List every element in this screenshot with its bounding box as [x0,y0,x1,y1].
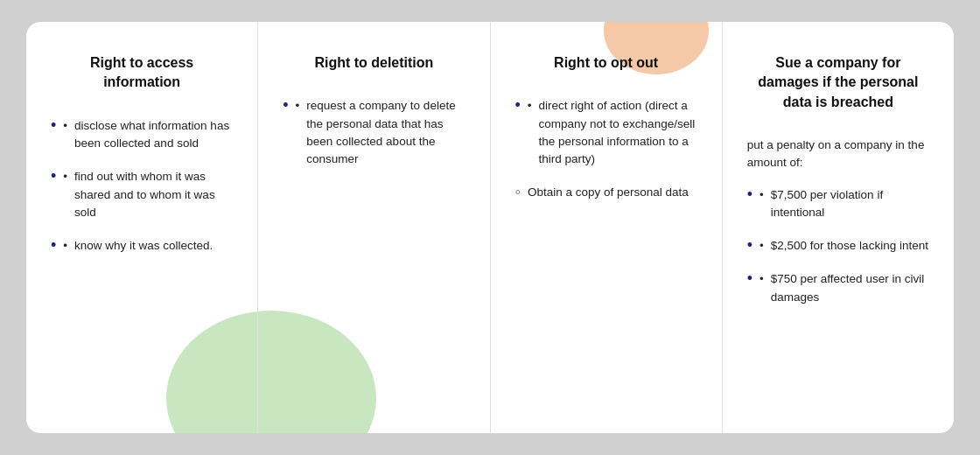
col4-bullet-list: • $7,500 per violation if intentional • … [747,186,929,306]
list-item-text: Obtain a copy of personal data [528,184,689,201]
bullet-icon: • [296,97,300,115]
column-sue: Sue a company for damages if the persona… [723,22,954,433]
list-item-text: disclose what information has been colle… [74,117,233,153]
list-item: • $750 per affected user in civil damage… [747,270,929,306]
list-item-text: $750 per affected user in civil damages [771,270,929,306]
list-item-text: request a company to delete the personal… [306,97,465,168]
column-deletition: Right to deletition • request a company … [258,22,490,433]
list-item: • disclose what information has been col… [51,117,233,153]
list-item: • $2,500 for those lacking intent [747,237,929,255]
bullet-icon: • [760,237,764,255]
list-item: Obtain a copy of personal data [515,184,697,201]
columns-wrapper: Right to access information • disclose w… [26,22,954,433]
column-access: Right to access information • disclose w… [26,22,258,433]
main-card: Right to access information • disclose w… [26,22,954,433]
list-item: • find out with whom it was shared and t… [51,168,233,221]
list-item: • $7,500 per violation if intentional [747,186,929,222]
list-item-text: find out with whom it was shared and to … [74,168,233,221]
col4-title: Sue a company for damages if the persona… [747,53,929,112]
bullet-icon: • [63,117,67,135]
col1-title: Right to access information [51,53,233,93]
col1-bullet-list: • disclose what information has been col… [51,117,233,256]
list-item-text: know why it was collected. [74,237,213,255]
list-item-text: $7,500 per violation if intentional [771,186,929,222]
col2-title: Right to deletition [283,53,465,73]
list-item-text: $2,500 for those lacking intent [771,237,928,255]
list-item: • know why it was collected. [51,237,233,255]
list-item: • request a company to delete the person… [283,97,465,168]
col3-title: Right to opt out [515,53,697,73]
bullet-icon: • [63,168,67,186]
bullet-icon: • [760,270,764,288]
list-item-text: direct right of action (direct a company… [539,97,697,168]
bullet-icon: • [528,97,532,115]
column-opt-out: Right to opt out • direct right of actio… [491,22,723,433]
list-item: • direct right of action (direct a compa… [515,97,697,168]
col3-bullet-list: • direct right of action (direct a compa… [515,97,697,201]
bullet-icon: • [63,237,67,255]
col4-intro: put a penalty on a company in the amount… [747,136,929,172]
col2-bullet-list: • request a company to delete the person… [283,97,465,168]
bullet-icon: • [760,186,764,204]
